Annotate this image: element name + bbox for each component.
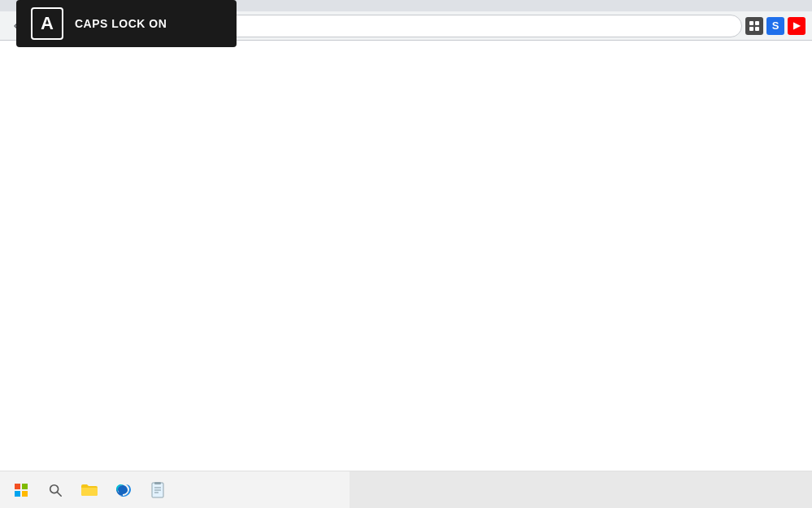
folder-icon — [80, 483, 98, 497]
caps-lock-notification: A CAPS LOCK ON — [16, 0, 237, 47]
caps-lock-text: CAPS LOCK ON — [75, 17, 167, 30]
svg-rect-1 — [755, 21, 759, 25]
svg-rect-3 — [755, 27, 759, 31]
browser-action-icons: S ▶ — [745, 17, 805, 35]
extension-icon-1[interactable] — [745, 17, 763, 35]
svg-rect-0 — [749, 21, 753, 25]
svg-line-5 — [58, 492, 62, 496]
edge-icon — [115, 482, 132, 498]
svg-rect-2 — [749, 27, 753, 31]
extension-icon-y[interactable]: ▶ — [788, 17, 805, 35]
svg-point-4 — [50, 484, 59, 493]
taskbar-edge-button[interactable] — [107, 474, 140, 506]
extension-icon-s[interactable]: S — [766, 17, 784, 35]
svg-rect-7 — [154, 482, 161, 484]
notepad-icon — [150, 482, 165, 498]
taskbar-right — [350, 471, 812, 508]
windows-logo-icon — [15, 484, 28, 497]
caps-lock-letter: A — [41, 15, 54, 33]
search-icon — [48, 483, 63, 497]
taskbar-search-button[interactable] — [39, 474, 72, 506]
main-content — [0, 41, 812, 471]
windows-start-button[interactable] — [5, 474, 37, 506]
taskbar-left — [0, 471, 350, 508]
taskbar-file-explorer-button[interactable] — [73, 474, 106, 506]
taskbar-notepad-button[interactable] — [141, 474, 174, 506]
caps-lock-icon-box: A — [31, 7, 63, 40]
windows-taskbar — [0, 471, 812, 508]
